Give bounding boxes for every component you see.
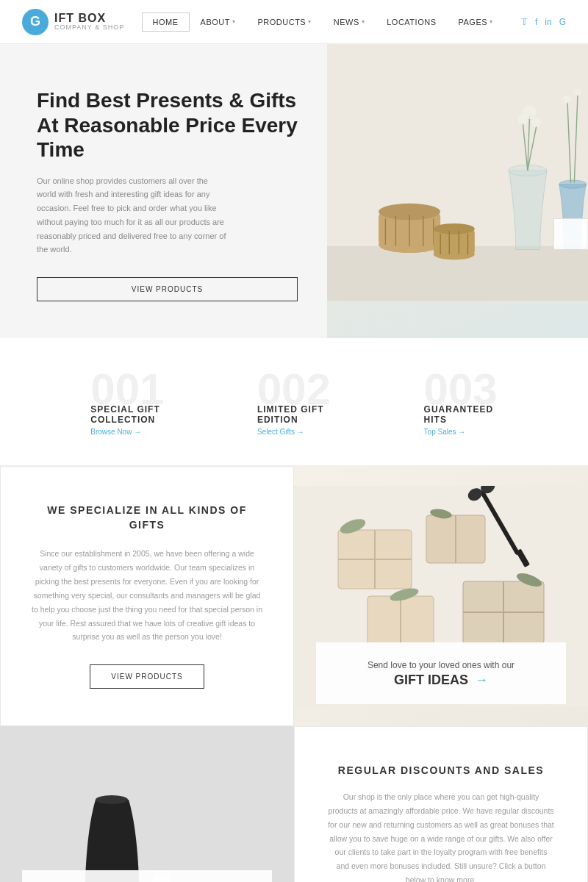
nav-about[interactable]: ABOUT ▾ xyxy=(190,12,247,32)
hero-title: Find Best Presents & Gifts At Reasonable… xyxy=(37,88,298,162)
stat-1-link[interactable]: Browse Now → xyxy=(90,428,164,436)
discounts-title: REGULAR DISCOUNTS AND SALES xyxy=(328,764,554,778)
linkedin-icon[interactable]: in xyxy=(545,17,551,27)
nav-pages[interactable]: PAGES ▾ xyxy=(447,12,503,32)
gift-image-cell: Send love to your loved ones with our GI… xyxy=(294,466,588,726)
gift-ideas-arrow: → xyxy=(475,673,488,687)
stat-1: 001 SPECIAL GIFTCOLLECTION Browse Now → xyxy=(90,368,164,436)
logo-letter: G xyxy=(30,14,40,29)
svg-point-22 xyxy=(523,105,537,119)
grid-row-2: alvado... Unusual gifts on weekdays ARE … xyxy=(0,726,588,882)
stat-2-link[interactable]: Select Gifts → xyxy=(257,428,331,436)
hero-cta-button[interactable]: VIEW PRODUCTS xyxy=(37,277,298,301)
svg-point-51 xyxy=(96,795,128,804)
specialize-title: WE SPECIALIZE IN ALL KINDS OF GIFTS xyxy=(30,503,264,532)
svg-rect-49 xyxy=(0,726,294,882)
logo-text: IFT BOX company & shop xyxy=(54,12,124,32)
logo-subtitle: company & shop xyxy=(54,24,124,32)
unusual-gifts-overlay: Unusual gifts on weekdays ARE ABLE TO BR… xyxy=(22,870,272,882)
social-links: 𝕋 f in G xyxy=(521,17,566,27)
stat-3: 003 GUARANTEEDHITS Top Sales → xyxy=(424,368,498,436)
nav-locations[interactable]: LOCATIONS xyxy=(376,12,447,32)
gift-ideas-subtitle: Send love to your loved ones with our xyxy=(368,660,514,670)
google-icon[interactable]: G xyxy=(559,17,566,27)
stat-3-title: GUARANTEEDHITS xyxy=(424,404,498,425)
hero-image-bg xyxy=(327,44,588,338)
gift-image-bg: Send love to your loved ones with our GI… xyxy=(294,466,588,726)
header: G IFT BOX company & shop HOME ABOUT ▾ PR… xyxy=(0,0,588,44)
stat-3-link[interactable]: Top Sales → xyxy=(424,428,498,436)
specialize-description: Since our establishment in 2005, we have… xyxy=(30,547,264,644)
svg-point-24 xyxy=(559,180,587,188)
gift-ideas-title: GIFT IDEAS → xyxy=(334,673,548,688)
facebook-icon[interactable]: f xyxy=(535,17,537,27)
vase-image-bg: alvado... Unusual gifts on weekdays ARE … xyxy=(0,726,294,882)
stat-2: 002 LIMITED GIFTEDITION Select Gifts → xyxy=(257,368,331,436)
nav-home[interactable]: HOME xyxy=(142,12,190,32)
discounts-cell: REGULAR DISCOUNTS AND SALES Our shop is … xyxy=(294,726,588,882)
hero-section: Find Best Presents & Gifts At Reasonable… xyxy=(0,44,588,338)
stat-1-title: SPECIAL GIFTCOLLECTION xyxy=(90,404,164,425)
main-nav: HOME ABOUT ▾ PRODUCTS ▾ NEWS ▾ LOCATIONS… xyxy=(142,12,504,32)
logo-title: IFT BOX xyxy=(54,12,124,25)
stat-2-title: LIMITED GIFTEDITION xyxy=(257,404,331,425)
logo-circle: G xyxy=(22,9,49,35)
hero-illustration xyxy=(327,74,588,309)
svg-point-23 xyxy=(531,118,541,127)
svg-point-28 xyxy=(574,89,581,96)
svg-point-12 xyxy=(434,223,475,234)
gift-ideas-overlay: Send love to your loved ones with our GI… xyxy=(316,642,566,704)
svg-rect-29 xyxy=(553,218,588,249)
hero-image xyxy=(327,44,588,338)
specialize-cell: WE SPECIALIZE IN ALL KINDS OF GIFTS Sinc… xyxy=(0,466,294,726)
hero-description: Our online shop provides customers all o… xyxy=(37,174,228,257)
logo[interactable]: G IFT BOX company & shop xyxy=(22,9,124,35)
grid-row-1: WE SPECIALIZE IN ALL KINDS OF GIFTS Sinc… xyxy=(0,466,588,726)
nav-news[interactable]: NEWS ▾ xyxy=(323,12,376,32)
gift-ideas-text: Send love to your loved ones with our xyxy=(334,659,548,673)
svg-point-27 xyxy=(563,95,571,103)
discounts-description: Our shop is the only place where you can… xyxy=(328,790,554,882)
specialize-cta-button[interactable]: VIEW PRODUCTS xyxy=(90,664,204,689)
twitter-icon[interactable]: 𝕋 xyxy=(521,17,528,27)
specialize-content: WE SPECIALIZE IN ALL KINDS OF GIFTS Sinc… xyxy=(0,466,294,726)
vase-image-cell: alvado... Unusual gifts on weekdays ARE … xyxy=(0,726,294,882)
stats-section: 001 SPECIAL GIFTCOLLECTION Browse Now → … xyxy=(0,338,588,466)
nav-products[interactable]: PRODUCTS ▾ xyxy=(246,12,322,32)
hero-content: Find Best Presents & Gifts At Reasonable… xyxy=(0,44,327,338)
vase-illustration: alvado... xyxy=(0,726,294,882)
